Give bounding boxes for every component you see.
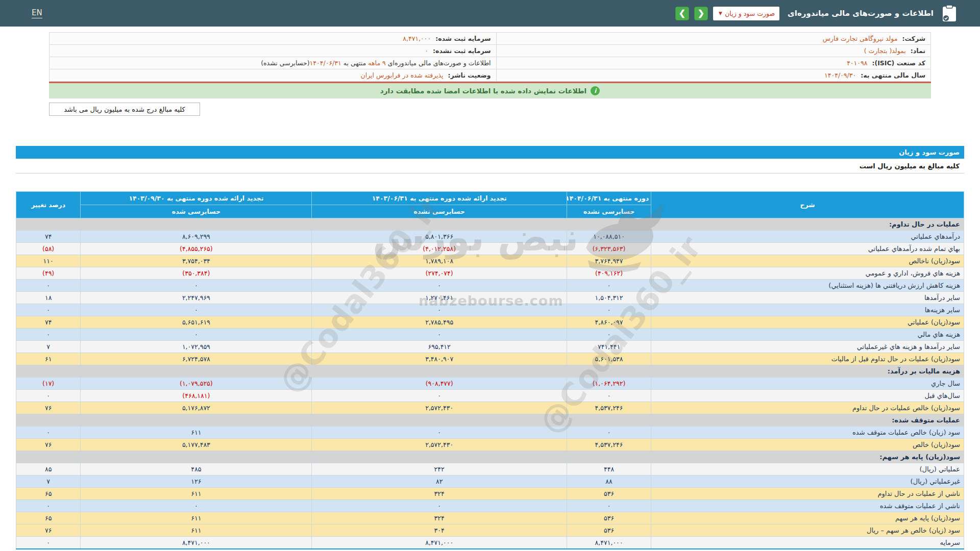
company-name-value: مولد نیروگاهی تجارت فارس (823, 35, 898, 42)
row-value-v1: ۴۴۸ (567, 463, 651, 475)
company-name-label: شرکت: (902, 35, 925, 42)
row-value-v2: ۰ (312, 280, 567, 292)
row-value-v2: ۰ (312, 500, 567, 512)
row-label: هزینه هاي فروش، اداري و عمومي (651, 267, 964, 280)
report-period-text: منتهی به (341, 59, 369, 67)
row-value-v1: ۵,۶۰۱,۵۳۸ (567, 353, 651, 365)
row-value-v3: ۰ (81, 500, 312, 512)
row-value-v2: (۲۷۴,۰۷۴) (312, 267, 567, 280)
statement-row: بهاي تمام شده درآمدهاي عملیاتي(۶,۳۲۳,۵۶۳… (16, 243, 964, 255)
issuer-status-value: پذیرفته شده در فرابورس ایران (361, 71, 444, 79)
subheader-audited: حسابرسی شده (81, 205, 312, 218)
row-value-v1 (567, 451, 651, 463)
row-label: درآمدهاي عملیاتي (651, 231, 964, 243)
column-header-restated-prior-year: تجدید ارائه شده دوره منتهی به ۱۴۰۳/۰۹/۳۰ (81, 192, 312, 205)
statement-row: سال‌هاي قبل۰۰(۴۶۸,۱۸۱)۰ (16, 390, 964, 402)
row-value-v2: ۲,۷۸۵,۴۹۵ (312, 316, 567, 329)
row-value-v3: ۵,۱۷۷,۴۸۳ (81, 439, 312, 451)
row-value-v1: (۴۰۹,۱۶۲) (567, 267, 651, 280)
row-value-v2 (312, 451, 567, 463)
registered-capital-value: ۸,۴۷۱,۰۰۰ (403, 35, 431, 42)
row-value-v3: (۱,۰۷۹,۵۲۵) (81, 378, 312, 390)
statement-type-dropdown[interactable]: صورت سود و زیان ▼ (713, 7, 779, 20)
row-value-pct: ۰ (16, 537, 81, 549)
registered-capital-label: سرمایه ثبت شده: (435, 35, 491, 42)
statement-tbody: عملیات در حال تداوم:درآمدهاي عملیاتي۱۰,۰… (16, 218, 964, 549)
row-value-v1: (۶,۳۲۳,۵۶۳) (567, 243, 651, 255)
row-label: هزینه مالیات بر درآمد: (651, 365, 964, 378)
row-value-v3 (81, 218, 312, 231)
row-value-v2: ۲,۵۷۲,۴۳۰ (312, 439, 567, 451)
row-value-v2 (312, 414, 567, 427)
income-statement-table-wrap: شرح دوره منتهی به ۱۴۰۴/۰۶/۳۱ تجدید ارائه… (16, 191, 964, 549)
row-value-v3: ۸,۶۰۹,۲۹۹ (81, 231, 312, 243)
row-label: سال‌هاي قبل (651, 390, 964, 402)
row-value-v1: ۰ (567, 390, 651, 402)
row-value-v1: ۰ (567, 329, 651, 341)
row-label: سود(زیان) پایه هر سهم (651, 512, 964, 524)
statement-row: درآمدهاي عملیاتي۱۰,۰۸۸,۵۱۰۵,۸۰۱,۳۶۶۸,۶۰۹… (16, 231, 964, 243)
previous-statement-button[interactable]: ❮ (675, 7, 689, 20)
issuer-status-label: وضعیت ناشر: (448, 71, 491, 79)
statement-row: سود(زیان) ناخالص۳,۷۶۴,۹۴۷۱,۷۸۹,۱۰۸۳,۷۵۴,… (16, 255, 964, 267)
column-header-current-period: دوره منتهی به ۱۴۰۴/۰۶/۳۱ (567, 192, 651, 205)
row-value-v2: ۶۹۵,۴۱۲ (312, 341, 567, 353)
unregistered-capital-label: سرمایه ثبت نشده: (433, 47, 491, 55)
row-value-pct: ۷۴ (16, 231, 81, 243)
statement-type-dropdown-value: صورت سود و زیان (725, 10, 775, 17)
signature-match-notice: i اطلاعات نمایش داده شده با اطلاعات امضا… (49, 83, 931, 98)
issuer-status-cell: وضعیت ناشر: پذیرفته شده در فرابورس ایران (50, 69, 497, 82)
row-value-v3: ۶۱۱ (81, 512, 312, 524)
row-label: سرمایه (651, 537, 964, 549)
section-header-row: عملیات متوقف شده: (16, 414, 964, 427)
row-value-v2: ۰ (312, 304, 567, 316)
statement-row: سرمایه۸,۴۷۱,۰۰۰۸,۴۷۱,۰۰۰۸,۴۷۱,۰۰۰۰ (16, 537, 964, 549)
registered-capital-cell: سرمایه ثبت شده: ۸,۴۷۱,۰۰۰ (50, 33, 497, 45)
row-value-pct: ۷ (16, 475, 81, 488)
row-value-v3 (81, 365, 312, 378)
row-value-pct: ۰ (16, 280, 81, 292)
row-value-v1 (567, 414, 651, 427)
statement-title-bar: صورت سود و زیان (16, 146, 964, 159)
row-label: سود (زیان) خالص عملیات متوقف شده (651, 427, 964, 439)
row-value-v2: ۰ (312, 390, 567, 402)
row-value-v1: ۸۸ (567, 475, 651, 488)
statement-row: ناشي از عملیات در حال تداوم۵۳۶۳۲۴۶۱۱۶۵ (16, 488, 964, 500)
statement-row: غیرعملیاتي (ریال)۸۸۸۲۱۲۶۷ (16, 475, 964, 488)
row-value-v2: (۹۰۸,۴۷۷) (312, 378, 567, 390)
statement-row: سود(زیان) خالص عملیات در حال تداوم۴,۵۳۷,… (16, 402, 964, 414)
statement-row: سود (زیان) خالص عملیات متوقف شده۰۰۶۱۱۰ (16, 427, 964, 439)
row-value-v3 (81, 451, 312, 463)
language-toggle-en[interactable]: EN (32, 8, 42, 18)
next-statement-button[interactable]: ❯ (694, 7, 708, 20)
row-label: سایر درآمدها (651, 292, 964, 304)
row-value-v3: (۴,۸۵۵,۲۶۵) (81, 243, 312, 255)
row-value-v3: ۱۲۶ (81, 475, 312, 488)
statement-row: سود(زیان) پایه هر سهم۵۳۶۳۲۴۶۱۱۶۵ (16, 512, 964, 524)
statement-row: سود(زیان) عملیاتي۴,۸۶۰,۰۹۷۲,۷۸۵,۴۹۵۵,۶۵۱… (16, 316, 964, 329)
row-label: سود(زیان) خالص عملیات در حال تداوم (651, 402, 964, 414)
report-period-audit-status: (حسابرسی نشده) (261, 59, 309, 67)
statement-unit-note-text: کلیه مبالغ به میلیون ریال است (860, 162, 960, 170)
statement-row: سود(زیان) عملیات در حال تداوم قبل از مال… (16, 353, 964, 365)
row-label: عملیاتي (ریال) (651, 463, 964, 475)
row-value-pct: (۴۹) (16, 267, 81, 280)
row-value-pct: ۱۸ (16, 292, 81, 304)
statement-row: سال جاري(۱,۰۶۴,۲۹۲)(۹۰۸,۴۷۷)(۱,۰۷۹,۵۲۵)(… (16, 378, 964, 390)
statement-row: سود(زیان) خالص۴,۵۳۷,۲۴۶۲,۵۷۲,۴۳۰۵,۱۷۷,۴۸… (16, 439, 964, 451)
isic-code-cell: کد صنعت (ISIC): ۴۰۱۰۹۸ (496, 57, 930, 69)
signature-match-notice-text: اطلاعات نمایش داده شده با اطلاعات امضا ش… (380, 87, 587, 95)
row-value-pct: ۰ (16, 329, 81, 341)
row-value-pct: ۶۱ (16, 353, 81, 365)
row-value-v2: ۵,۸۰۱,۳۶۶ (312, 231, 567, 243)
chevron-left-icon: ❮ (679, 9, 685, 17)
row-label: ناشي از عملیات در حال تداوم (651, 488, 964, 500)
row-value-v3: (۴۶۸,۱۸۱) (81, 390, 312, 402)
row-label: عملیات متوقف شده: (651, 414, 964, 427)
clipboard-report-icon (942, 5, 957, 22)
fiscal-year-end-cell: سال مالی منتهی به: ۱۴۰۴/۰۹/۳۰ (496, 69, 930, 82)
row-value-pct: (۱۷) (16, 378, 81, 390)
row-value-v2: ۳۲۴ (312, 488, 567, 500)
row-value-v1: ۸,۴۷۱,۰۰۰ (567, 537, 651, 549)
row-value-v1: ۰ (567, 280, 651, 292)
